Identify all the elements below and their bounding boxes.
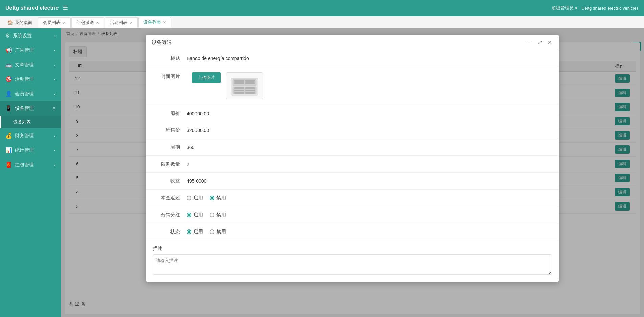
title-value: Banco de energía compartido [187,56,552,61]
form-row-revenue: 收益 495.0000 [146,173,559,190]
tab-members[interactable]: 会员列表 ✕ [38,17,71,28]
tab-redpacket[interactable]: 红包派送 ✕ [71,17,104,28]
svg-rect-3 [245,80,255,82]
sidebar-item-finance[interactable]: 💰 财务管理 ‹ [0,128,61,143]
top-bar-right: 超级管理员 ▾ Ueltg shared electric vehicles [552,5,639,11]
sale-price-value: 326000.00 [187,128,552,133]
modal-header: 设备编辑 — ⤢ ✕ [146,35,559,50]
sidebar-item-device-list[interactable]: 设备列表 [0,116,61,128]
capital-return-disabled-option[interactable]: 禁用 [210,195,226,201]
limit-value: 2 [187,162,552,167]
status-disabled-label: 禁用 [216,229,226,235]
distribution-disabled-label: 禁用 [216,212,226,218]
capital-return-disabled-radio[interactable] [210,196,214,200]
tab-activity[interactable]: 活动列表 ✕ [105,17,138,28]
capital-return-disabled-label: 禁用 [216,195,226,201]
sidebar-member-label: 会员管理 [15,91,34,97]
sidebar-item-ads[interactable]: 📢 广告管理 ‹ [0,43,61,57]
modal-minimize-button[interactable]: — [526,39,534,46]
sidebar-item-stats[interactable]: 📊 统计管理 ‹ [0,143,61,157]
period-label: 周期 [153,144,187,150]
tab-home[interactable]: 🏠 我的桌面 [3,18,37,28]
tab-home-label: 我的桌面 [15,20,32,26]
status-radio-group: 启用 禁用 [187,229,226,235]
original-price-value: 400000.00 [187,111,552,116]
svg-rect-2 [234,80,244,82]
status-disabled-option[interactable]: 禁用 [210,229,226,235]
svg-rect-5 [245,82,255,84]
sidebar-item-redpacket[interactable]: 🧧 红包管理 ‹ [0,157,61,172]
modal-maximize-button[interactable]: ⤢ [536,39,544,46]
sidebar-device-list-label: 设备列表 [13,119,31,125]
sidebar-activity-label: 活动管理 [15,76,34,82]
svg-rect-8 [245,87,255,89]
main-layout: ⚙ 系统设置 ‹ 📢 广告管理 ‹ 🚌 文章管理 ‹ 🎯 活动管理 ‹ [0,28,644,317]
sidebar-item-activity[interactable]: 🎯 活动管理 ‹ [0,72,61,87]
description-section: 描述 [146,240,559,282]
sidebar-stats-label: 统计管理 [15,147,34,153]
form-row-original-price: 原价 400000.00 [146,105,559,122]
distribution-enabled-option[interactable]: 启用 [187,212,203,218]
period-value: 360 [187,145,552,150]
article-arrow: ‹ [54,63,55,67]
status-enabled-label: 启用 [193,229,203,235]
tab-members-label: 会员列表 [43,20,61,26]
revenue-value: 495.0000 [187,178,552,184]
sidebar: ⚙ 系统设置 ‹ 📢 广告管理 ‹ 🚌 文章管理 ‹ 🎯 活动管理 ‹ [0,28,61,317]
capital-return-radio-group: 启用 禁用 [187,195,226,201]
title-label: 标题 [153,55,187,62]
capital-return-enabled-radio[interactable] [187,196,191,200]
sale-price-label: 销售价 [153,127,187,133]
tab-bar: 🏠 我的桌面 会员列表 ✕ 红包派送 ✕ 活动列表 ✕ 设备列表 ✕ [0,16,644,28]
svg-rect-10 [245,90,255,91]
status-label: 状态 [153,229,187,235]
modal-device-edit: 设备编辑 — ⤢ ✕ 标题 Banco de energía compartid… [146,35,559,282]
distribution-disabled-radio[interactable] [210,213,214,217]
member-arrow: ‹ [54,92,55,96]
form-row-sale-price: 销售价 326000.00 [146,122,559,139]
form-row-title: 标题 Banco de energía compartido [146,50,559,67]
tab-redpacket-close[interactable]: ✕ [96,21,99,25]
desc-input[interactable] [153,254,552,275]
status-enabled-option[interactable]: 启用 [187,229,203,235]
top-bar: Ueltg shared electric ☰ 超级管理员 ▾ Ueltg sh… [0,0,644,16]
distribution-disabled-option[interactable]: 禁用 [210,212,226,218]
system-arrow: ‹ [54,34,55,38]
user-dropdown[interactable]: 超级管理员 ▾ [552,5,577,11]
cover-label: 封面图片 [153,72,187,80]
menu-icon[interactable]: ☰ [63,4,68,12]
finance-arrow: ‹ [54,134,55,138]
modal-close-button[interactable]: ✕ [546,39,553,46]
status-disabled-radio[interactable] [210,229,214,234]
article-icon: 🚌 [5,62,12,68]
stats-icon: 📊 [5,147,12,153]
tab-devices-label: 设备列表 [143,19,161,25]
distribution-label: 分销分红 [153,212,187,218]
form-row-period: 周期 360 [146,139,559,156]
modal-body: 标题 Banco de energía compartido 封面图片 上传图片 [146,50,559,282]
tab-members-close[interactable]: ✕ [63,21,66,25]
tab-activity-close[interactable]: ✕ [130,21,133,25]
tab-redpacket-label: 红包派送 [76,20,94,26]
tab-devices-close[interactable]: ✕ [163,20,166,25]
distribution-enabled-radio[interactable] [187,213,191,217]
svg-rect-9 [234,90,244,91]
upload-image-button[interactable]: 上传图片 [192,72,221,83]
form-row-cover: 封面图片 上传图片 [146,67,559,105]
tab-devices[interactable]: 设备列表 ✕ [138,17,171,28]
sidebar-item-article[interactable]: 🚌 文章管理 ‹ [0,57,61,72]
sidebar-redpacket-label: 红包管理 [15,162,34,168]
sidebar-item-system[interactable]: ⚙ 系统设置 ‹ [0,28,61,43]
sidebar-item-member[interactable]: 👤 会员管理 ‹ [0,87,61,101]
capital-return-enabled-option[interactable]: 启用 [187,195,203,201]
form-row-capital-return: 本金返还 启用 禁用 [146,190,559,206]
modal-title: 设备编辑 [152,39,172,46]
activity-icon: 🎯 [5,76,12,82]
revenue-label: 收益 [153,178,187,184]
form-row-distribution: 分销分红 启用 禁用 [146,206,559,223]
status-enabled-radio[interactable] [187,229,191,234]
capital-return-label: 本金返还 [153,195,187,201]
sidebar-device-label: 设备管理 [15,105,34,112]
sidebar-item-device[interactable]: 📱 设备管理 ∨ [0,101,61,116]
sidebar-ads-label: 广告管理 [15,47,34,53]
